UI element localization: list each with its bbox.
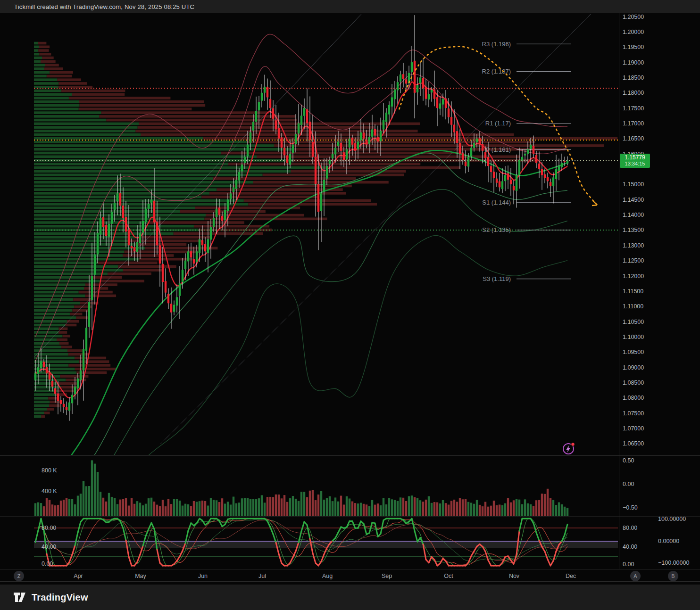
- candle-down: [456, 131, 458, 143]
- osc-right-tick-label: 0.00: [623, 561, 634, 568]
- candle-down: [453, 124, 455, 132]
- price-tick-label: 1.10000: [623, 334, 644, 340]
- candle-up: [83, 349, 84, 370]
- candle-up: [357, 141, 359, 149]
- axis-a-button[interactable]: A: [630, 571, 641, 581]
- candle-down: [422, 78, 424, 88]
- candle-down: [354, 143, 356, 151]
- axis-b-button[interactable]: B: [668, 571, 678, 581]
- candle-down: [49, 372, 50, 379]
- price-tick-label: 1.08000: [623, 395, 644, 401]
- pivot-label: P (1.161): [486, 146, 511, 153]
- tradingview-logo-mark: [13, 591, 27, 603]
- candle-down: [221, 216, 223, 221]
- candle-down: [281, 137, 283, 148]
- candle-down: [54, 388, 56, 394]
- candle-down: [479, 138, 481, 145]
- candle-down: [165, 281, 167, 292]
- candle-down: [190, 251, 192, 257]
- candle-down: [541, 169, 543, 175]
- osc-far-right-tick-label: 100.00000: [658, 516, 686, 522]
- candle-down: [57, 394, 59, 401]
- bar-close-countdown: 13:34:15: [625, 161, 645, 167]
- candle-up: [233, 187, 234, 192]
- candle-up: [323, 180, 325, 191]
- candle-down: [499, 181, 500, 188]
- candle-up: [139, 233, 141, 243]
- bottom-brand-bar: TradingView: [0, 585, 700, 610]
- month-label: Aug: [322, 573, 333, 579]
- flash-boost-icon[interactable]: [562, 441, 576, 455]
- candle-up: [40, 361, 42, 368]
- candle-up: [394, 90, 396, 99]
- candle-down: [425, 87, 427, 99]
- price-tick-label: 1.14500: [623, 197, 644, 203]
- candle-down: [105, 225, 107, 236]
- candle-up: [108, 224, 110, 237]
- candle-up: [199, 239, 200, 253]
- notification-dot: [571, 443, 575, 446]
- candle-down: [487, 157, 489, 166]
- price-tick-label: 1.17000: [623, 120, 644, 127]
- month-label: Jun: [198, 573, 208, 579]
- candle-down: [312, 142, 314, 157]
- price-tick-label: 1.16500: [623, 135, 644, 142]
- candle-up: [176, 297, 178, 305]
- candle-up: [213, 218, 215, 227]
- candle-up: [360, 132, 362, 140]
- candle-up: [182, 270, 183, 282]
- candle-up: [419, 77, 421, 83]
- candle-down: [170, 304, 172, 312]
- month-label: Dec: [566, 573, 576, 579]
- candle-down: [448, 108, 450, 117]
- candle-down: [513, 186, 515, 190]
- candle-down: [462, 153, 464, 160]
- last-price-badge[interactable]: 1.15779 13:34:15: [620, 154, 650, 168]
- candle-up: [77, 379, 79, 388]
- candle-up: [150, 199, 152, 203]
- month-label: Oct: [444, 573, 453, 579]
- candle-up: [467, 157, 469, 167]
- candle-down: [131, 246, 133, 248]
- candle-down: [51, 381, 53, 387]
- volume-panel: [34, 460, 568, 516]
- price-tick-label: 1.11500: [623, 288, 643, 295]
- candle-down: [128, 230, 130, 246]
- candle-up: [74, 387, 76, 394]
- candle-down: [564, 161, 566, 162]
- candle-up: [210, 227, 212, 240]
- candle-up: [148, 204, 150, 209]
- candle-down: [484, 152, 486, 158]
- candle-up: [238, 172, 240, 181]
- candle-down: [269, 99, 271, 108]
- candle-down: [267, 87, 268, 98]
- candle-up: [329, 160, 331, 164]
- candle-down: [343, 152, 345, 160]
- price-axis-labels[interactable]: 1.205001.200001.195001.190001.185001.180…: [623, 14, 644, 447]
- tradingview-logo[interactable]: TradingView: [13, 591, 88, 603]
- candle-up: [292, 145, 294, 153]
- candle-up: [368, 137, 370, 144]
- timezone-button[interactable]: Z: [14, 571, 24, 581]
- candle-up: [258, 102, 260, 110]
- candle-up: [117, 193, 118, 201]
- lightning-bolt-icon: [567, 445, 570, 453]
- candle-up: [224, 210, 226, 220]
- osc-tick-label: 0.00: [42, 561, 53, 567]
- candle-down: [507, 173, 509, 180]
- month-label: Jul: [258, 573, 266, 579]
- candle-down: [306, 109, 308, 123]
- main-chart-svg[interactable]: R3 (1.196)R2 (1.187)R1 (1.17)P (1.161)S1…: [0, 0, 700, 610]
- candle-up: [114, 203, 116, 210]
- candle-up: [476, 139, 478, 142]
- candle-down: [278, 128, 280, 139]
- candle-down: [374, 129, 376, 136]
- time-axis-labels[interactable]: AprMayJunJulAugSepOctNovDec: [74, 573, 576, 579]
- candle-up: [385, 113, 387, 122]
- price-tick-label: 1.12500: [623, 257, 644, 264]
- candle-down: [465, 162, 467, 166]
- month-label: Nov: [509, 573, 520, 579]
- candle-up: [298, 123, 300, 133]
- candle-down: [43, 362, 45, 367]
- candle-down: [351, 138, 353, 145]
